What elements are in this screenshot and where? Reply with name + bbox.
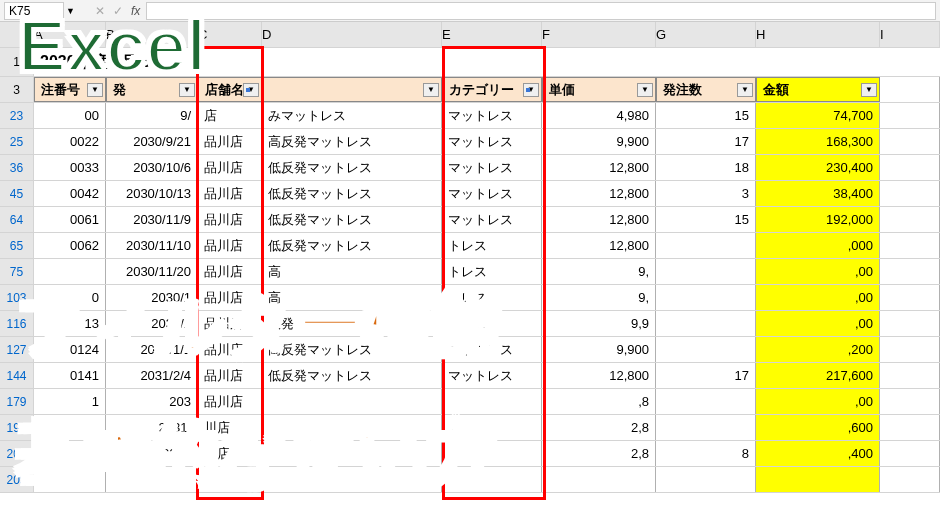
cell-price[interactable]: 2,8 bbox=[542, 441, 656, 466]
cell-product[interactable]: 高反発マットレス bbox=[262, 129, 442, 154]
row-header[interactable]: 75 bbox=[0, 259, 34, 284]
cell-order-no[interactable]: 0061 bbox=[34, 207, 106, 232]
cell-qty[interactable]: 3 bbox=[656, 181, 756, 206]
cell-order-no[interactable]: 0033 bbox=[34, 155, 106, 180]
confirm-icon[interactable]: ✓ bbox=[113, 4, 123, 18]
filter-dropdown-icon[interactable]: ▼ bbox=[861, 83, 877, 97]
cell[interactable] bbox=[880, 129, 940, 154]
cell-order-no[interactable]: 0124 bbox=[34, 337, 106, 362]
cell[interactable] bbox=[880, 207, 940, 232]
filter-dropdown-icon[interactable]: ▼ bbox=[423, 83, 439, 97]
cell-qty[interactable] bbox=[656, 389, 756, 414]
cell-product[interactable]: 低反発マットレス bbox=[262, 233, 442, 258]
cell-store[interactable]: 店 bbox=[198, 103, 262, 128]
header-category[interactable]: カテゴリー ▼ bbox=[442, 77, 542, 102]
row-header[interactable]: 25 bbox=[0, 129, 34, 154]
cell[interactable] bbox=[880, 181, 940, 206]
cell-date[interactable]: 2030/11/10 bbox=[106, 233, 198, 258]
cell-qty[interactable]: 8 bbox=[656, 441, 756, 466]
cell-store[interactable]: 品川店 bbox=[198, 285, 262, 310]
fx-icon[interactable]: fx bbox=[131, 4, 140, 18]
cell-store[interactable]: 品川店 bbox=[198, 311, 262, 336]
cell-category[interactable]: トレス bbox=[442, 233, 542, 258]
name-box[interactable]: K75 bbox=[4, 2, 64, 20]
row-header[interactable]: 144 bbox=[0, 363, 34, 388]
cell-qty[interactable]: 17 bbox=[656, 363, 756, 388]
col-header-d[interactable]: D bbox=[262, 22, 442, 47]
col-header-i[interactable]: I bbox=[880, 22, 940, 47]
cell-store[interactable]: 品川店 bbox=[198, 129, 262, 154]
cell-qty[interactable]: 15 bbox=[656, 207, 756, 232]
cell-store[interactable]: 川店 bbox=[198, 415, 262, 440]
cell-product[interactable]: 反発 bbox=[262, 311, 442, 336]
cell-category[interactable]: トレス bbox=[442, 311, 542, 336]
cell-category[interactable]: マットレス bbox=[442, 129, 542, 154]
cell-product[interactable]: 高 bbox=[262, 285, 442, 310]
filter-dropdown-icon[interactable]: ▼ bbox=[87, 83, 103, 97]
cell-store[interactable]: 品川店 bbox=[198, 207, 262, 232]
filter-dropdown-active-icon[interactable]: ▼ bbox=[243, 83, 259, 97]
cell-amount[interactable]: 230,400 bbox=[756, 155, 880, 180]
cell-order-no[interactable]: 0042 bbox=[34, 181, 106, 206]
cell-category[interactable]: マットレス bbox=[442, 363, 542, 388]
header-price[interactable]: 単価 ▼ bbox=[542, 77, 656, 102]
cell-order-no[interactable]: 00 bbox=[34, 103, 106, 128]
cell-amount[interactable]: ,200 bbox=[756, 337, 880, 362]
row-header[interactable]: 127 bbox=[0, 337, 34, 362]
cell-category[interactable]: マットレス bbox=[442, 207, 542, 232]
cell-amount[interactable]: 192,000 bbox=[756, 207, 880, 232]
cell-category[interactable]: マットレス bbox=[442, 181, 542, 206]
header-amount[interactable]: 金額 ▼ bbox=[756, 77, 880, 102]
cell-date[interactable]: 2030/11/20 bbox=[106, 259, 198, 284]
cell-price[interactable]: ,8 bbox=[542, 389, 656, 414]
formula-bar[interactable] bbox=[146, 2, 936, 20]
cell-amount[interactable]: 168,300 bbox=[756, 129, 880, 154]
cell-qty[interactable] bbox=[656, 233, 756, 258]
cell[interactable] bbox=[880, 311, 940, 336]
cell-price[interactable]: 4,980 bbox=[542, 103, 656, 128]
cell[interactable] bbox=[880, 155, 940, 180]
cell-category[interactable]: マットレス bbox=[442, 337, 542, 362]
cell-category[interactable]: マットレス bbox=[442, 155, 542, 180]
cell-store[interactable]: 品川店 bbox=[198, 181, 262, 206]
cell-price[interactable]: 9, bbox=[542, 259, 656, 284]
cell[interactable] bbox=[880, 337, 940, 362]
row-header[interactable]: 201 bbox=[0, 441, 34, 466]
col-header-b[interactable]: B bbox=[106, 22, 198, 47]
cell-product[interactable] bbox=[262, 441, 442, 466]
cell-price[interactable]: 12,800 bbox=[542, 155, 656, 180]
cell-category[interactable]: トレス bbox=[442, 259, 542, 284]
cell-date[interactable]: 203 bbox=[106, 389, 198, 414]
cell-product[interactable] bbox=[262, 389, 442, 414]
row-header[interactable]: 23 bbox=[0, 103, 34, 128]
cell-date[interactable]: 2031/ bbox=[106, 415, 198, 440]
col-header-c[interactable]: C bbox=[198, 22, 262, 47]
row-header[interactable]: 195 bbox=[0, 415, 34, 440]
col-header-e[interactable]: E bbox=[442, 22, 542, 47]
cell-category[interactable]: ス bbox=[442, 415, 542, 440]
header-qty[interactable]: 発注数 ▼ bbox=[656, 77, 756, 102]
cell-order-no[interactable]: 13 bbox=[34, 311, 106, 336]
cell[interactable] bbox=[880, 77, 940, 102]
cell-store[interactable]: 品川店 bbox=[198, 363, 262, 388]
cell-category[interactable]: マットレス bbox=[442, 103, 542, 128]
cell-qty[interactable] bbox=[656, 285, 756, 310]
row-header[interactable]: 1 bbox=[0, 48, 34, 76]
cell-category[interactable] bbox=[442, 389, 542, 414]
cell[interactable] bbox=[880, 389, 940, 414]
cell-price[interactable]: 12,800 bbox=[542, 233, 656, 258]
cell-order-no[interactable]: 0141 bbox=[34, 363, 106, 388]
row-header[interactable]: 65 bbox=[0, 233, 34, 258]
cell[interactable] bbox=[880, 415, 940, 440]
cell-amount[interactable]: ,600 bbox=[756, 415, 880, 440]
cell-qty[interactable]: 17 bbox=[656, 129, 756, 154]
sheet-title[interactable]: 2030年度 9月 8月 bbox=[34, 48, 880, 76]
cell-store[interactable]: 川店 bbox=[198, 441, 262, 466]
row-header[interactable]: 205 bbox=[0, 467, 34, 492]
cell-order-no[interactable]: 0 bbox=[34, 285, 106, 310]
cell-date[interactable]: 2030/10/13 bbox=[106, 181, 198, 206]
cell-amount[interactable]: ,000 bbox=[756, 233, 880, 258]
row-header[interactable]: 64 bbox=[0, 207, 34, 232]
row-header[interactable]: 103 bbox=[0, 285, 34, 310]
col-header-a[interactable]: A bbox=[34, 22, 106, 47]
